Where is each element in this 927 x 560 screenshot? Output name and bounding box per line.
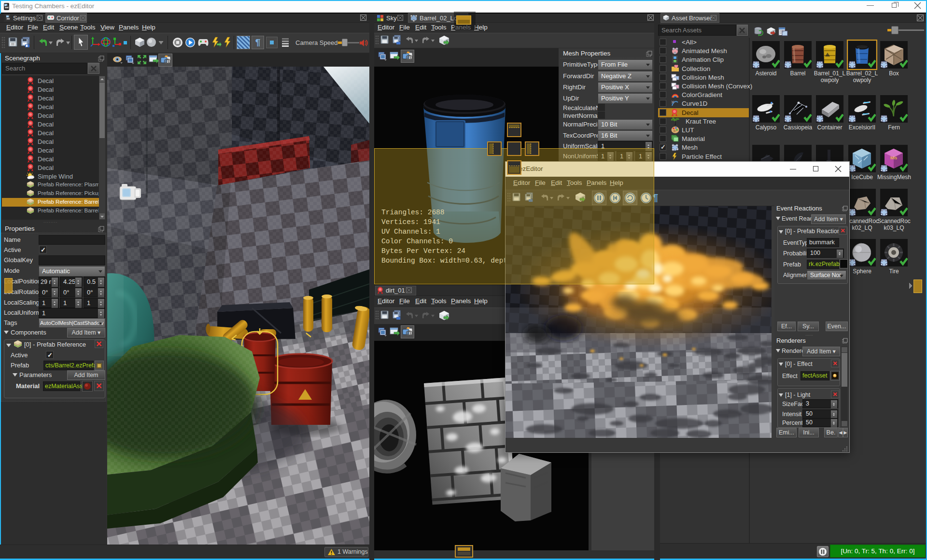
svg-text:Mis: Mis (890, 155, 897, 160)
